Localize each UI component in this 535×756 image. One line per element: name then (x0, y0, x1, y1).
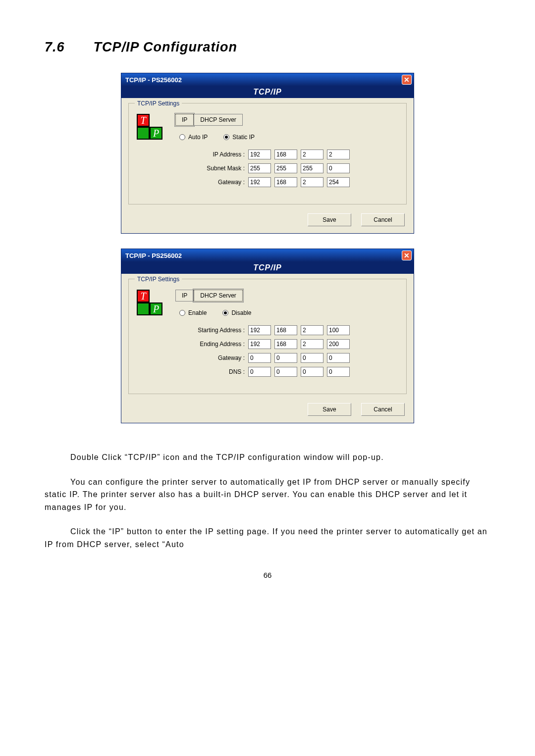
row-gateway: Gateway : (185, 177, 398, 187)
start-octet-3[interactable] (301, 325, 323, 335)
gw-octet-3[interactable] (301, 177, 323, 187)
tcpip-icon: T P (137, 290, 160, 315)
cancel-button[interactable]: Cancel (361, 403, 405, 416)
fieldset-legend: TCP/IP Settings (135, 100, 182, 107)
gw-octet-2[interactable] (274, 177, 297, 187)
dns-octet-1[interactable] (248, 367, 271, 377)
row-gateway: Gateway : (185, 353, 398, 363)
radio-icon (179, 134, 185, 140)
heading-title: TCP/IP Configuration (94, 40, 237, 54)
gw-octet-4[interactable] (327, 353, 350, 363)
ip-octet-4[interactable] (327, 150, 350, 159)
radio-enable[interactable]: Enable (179, 309, 207, 316)
tab-ip[interactable]: IP (175, 114, 194, 126)
radio-disable[interactable]: Disable (222, 309, 251, 316)
row-ip-address: IP Address : (185, 150, 398, 159)
cancel-button[interactable]: Cancel (361, 213, 405, 226)
tab-dhcp-server[interactable]: DHCP Server (194, 290, 242, 302)
close-button[interactable]: ✕ (402, 75, 412, 85)
paragraph-1: Double Click “TCP/IP” icon and the TCP/I… (45, 451, 490, 464)
mask-octet-4[interactable] (327, 163, 350, 173)
ip-octet-3[interactable] (301, 150, 323, 159)
label-gateway: Gateway : (185, 354, 245, 361)
header-band: TCP/IP (121, 262, 414, 274)
window-title: TCP/IP - PS256002 (125, 252, 182, 259)
end-octet-2[interactable] (274, 339, 297, 349)
tab-dhcp-server[interactable]: DHCP Server (194, 114, 242, 126)
titlebar: TCP/IP - PS256002 ✕ (121, 73, 414, 86)
close-icon: ✕ (404, 76, 410, 84)
radio-label: Static IP (232, 134, 255, 141)
titlebar: TCP/IP - PS256002 ✕ (121, 249, 414, 262)
dns-octet-4[interactable] (327, 367, 350, 377)
close-button[interactable]: ✕ (402, 251, 412, 260)
dns-octet-3[interactable] (301, 367, 323, 377)
gw-octet-3[interactable] (301, 353, 323, 363)
mask-octet-3[interactable] (301, 163, 323, 173)
mask-octet-1[interactable] (248, 163, 271, 173)
gw-octet-2[interactable] (274, 353, 297, 363)
start-octet-2[interactable] (274, 325, 297, 335)
label-start: Starting Address : (185, 327, 245, 334)
end-octet-4[interactable] (327, 339, 350, 349)
mask-octet-2[interactable] (274, 163, 297, 173)
header-band: TCP/IP (121, 86, 414, 98)
tcpip-dialog-dhcp: TCP/IP - PS256002 ✕ TCP/IP TCP/IP Settin… (121, 249, 414, 423)
row-subnet-mask: Subnet Mask : (185, 163, 398, 173)
save-button[interactable]: Save (308, 213, 351, 226)
close-icon: ✕ (404, 252, 410, 259)
row-ending-address: Ending Address : (185, 339, 398, 349)
radio-static-ip[interactable]: Static IP (223, 134, 255, 141)
gw-octet-1[interactable] (248, 177, 271, 187)
tcpip-settings-group: TCP/IP Settings T P IP DHCP Server (128, 103, 407, 204)
row-starting-address: Starting Address : (185, 325, 398, 335)
label-mask: Subnet Mask : (185, 165, 245, 172)
radio-label: Disable (231, 309, 251, 316)
radio-icon (223, 134, 229, 140)
radio-auto-ip[interactable]: Auto IP (179, 134, 208, 141)
radio-label: Enable (188, 309, 207, 316)
gw-octet-4[interactable] (327, 177, 350, 187)
screenshots-area: TCP/IP - PS256002 ✕ TCP/IP TCP/IP Settin… (45, 73, 490, 423)
label-ip: IP Address : (185, 151, 245, 158)
label-gateway: Gateway : (185, 179, 245, 186)
fieldset-legend: TCP/IP Settings (135, 276, 182, 283)
section-heading: 7.6 TCP/IP Configuration (45, 40, 490, 55)
end-octet-1[interactable] (248, 339, 271, 349)
radio-icon (222, 310, 228, 316)
heading-number: 7.6 (45, 40, 89, 55)
tab-ip[interactable]: IP (175, 290, 194, 302)
window-title: TCP/IP - PS256002 (125, 76, 182, 84)
gw-octet-1[interactable] (248, 353, 271, 363)
ip-octet-2[interactable] (274, 150, 297, 159)
label-end: Ending Address : (185, 341, 245, 348)
paragraph-3: Click the “IP” button to enter the IP se… (45, 525, 490, 551)
start-octet-4[interactable] (327, 325, 350, 335)
page-number: 66 (45, 571, 490, 579)
dns-octet-2[interactable] (274, 367, 297, 377)
save-button[interactable]: Save (308, 403, 351, 416)
paragraph-2: You can configure the printer server to … (45, 476, 490, 514)
radio-label: Auto IP (188, 134, 208, 141)
row-dns: DNS : (185, 367, 398, 377)
tcpip-dialog-ip: TCP/IP - PS256002 ✕ TCP/IP TCP/IP Settin… (121, 73, 414, 234)
tcpip-settings-group: TCP/IP Settings T P IP DHCP Server (128, 279, 407, 394)
tcpip-icon: T P (137, 114, 160, 140)
ip-octet-1[interactable] (248, 150, 271, 159)
end-octet-3[interactable] (301, 339, 323, 349)
label-dns: DNS : (185, 368, 245, 375)
start-octet-1[interactable] (248, 325, 271, 335)
radio-icon (179, 310, 185, 316)
